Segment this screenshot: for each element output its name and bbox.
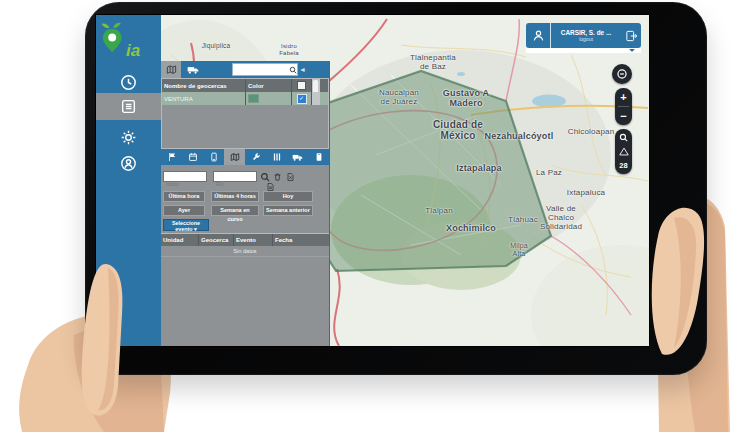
logout-label: logout [579,36,593,42]
sidebar-item-history[interactable] [96,71,161,93]
user-info[interactable]: CARSIR, S. de ... logout [551,23,621,48]
locate-icon [616,68,628,80]
export-excel-button[interactable] [285,171,296,182]
map-zoom-control: + − [615,88,632,125]
quick-range-button[interactable]: Últimas 4 horas [211,191,259,202]
geofence-panel: ◄ Nombre de geocercas Color VENTURA ✓ [161,61,330,346]
events-empty-state: Sin datos [161,246,329,257]
file-pdf-icon [266,182,275,192]
toolbar-tools-button[interactable] [245,149,266,165]
date-start-field [163,171,207,182]
toolbar-columns-button[interactable] [266,149,287,165]
toolbar-phone-button[interactable] [203,149,224,165]
geofence-checkbox[interactable]: ✓ [297,94,307,104]
events-table-header: Unidad Geocerca Evento Fecha [161,234,329,246]
col-fecha: Fecha [273,234,329,246]
alert-count-badge[interactable]: 28 [619,161,627,170]
zoom-in-button[interactable]: + [615,88,632,106]
gear-icon [120,129,137,146]
panel-header: ◄ [161,61,329,78]
truck-icon [292,153,303,162]
truck-icon [187,65,199,75]
date-end-input[interactable] [214,180,256,189]
search-icon [260,172,270,182]
tablet-icon [314,152,324,162]
logo-text: ia [126,41,140,61]
select-all-checkbox[interactable] [297,81,306,90]
panel-header-bar: ◄ [181,61,329,78]
events-table: Unidad Geocerca Evento Fecha Sin datos [161,233,329,347]
map-icon [166,64,177,75]
user-icon [532,29,545,42]
geofence-row[interactable]: VENTURA ✓ [162,92,328,105]
toolbar-truck-button[interactable] [287,149,308,165]
app-screen: JiquipilcaIsidro FabelaTlalnepantla de B… [95,14,650,347]
col-unidad: Unidad [161,234,199,246]
zoom-out-button[interactable]: − [615,107,632,125]
geofence-search-input[interactable] [233,65,289,74]
toolbar-map-button[interactable] [224,149,245,165]
map-locate-button[interactable] [612,64,632,84]
map-tab[interactable] [161,61,181,78]
geo-scrollbar[interactable] [312,79,320,92]
dropdown-arrow-icon [629,49,635,52]
app-logo[interactable]: ia [96,19,161,71]
file-excel-icon [286,172,295,182]
panel-collapse-button[interactable]: ◄ [298,61,307,78]
phone-icon [209,152,219,162]
date-start-input[interactable] [164,180,206,189]
col-evento: Evento [234,234,273,246]
tablet-device: JiquipilcaIsidro FabelaTlalnepantla de B… [85,2,707,375]
quick-range-button[interactable]: Semana en curso [211,205,259,216]
sidebar-item-settings[interactable] [96,126,161,148]
col-color-header: Color [246,79,292,92]
map-icon [230,152,240,162]
geofence-color-swatch [248,94,259,103]
user-avatar[interactable] [526,23,551,48]
user-icon [120,155,137,172]
col-check-header[interactable] [292,79,312,92]
clock-icon [120,74,137,91]
right-thumb [634,198,712,360]
quick-range-button[interactable]: Hoy [263,191,313,202]
warning-triangle-icon[interactable] [619,147,629,156]
select-event-dropdown[interactable]: Seleccione evento ▾ [163,219,209,231]
user-bar: CARSIR, S. de ... logout [526,23,641,48]
user-menu-strip[interactable] [526,48,641,53]
search-icon[interactable] [619,133,628,142]
toolbar-flag-button[interactable] [161,149,182,165]
quick-range-button[interactable]: Última hora [163,191,205,202]
geofence-name: VENTURA [162,92,246,105]
logout-icon [625,30,638,42]
sidebar-item-geofences[interactable] [96,93,161,120]
calendar-icon [188,152,198,162]
account-name: CARSIR, S. de ... [561,29,611,37]
date-end-field [213,171,257,182]
map-tools-control: 28 [615,129,632,174]
geofence-search [232,63,298,76]
geofence-table: Nombre de geocercas Color VENTURA ✓ [161,78,329,149]
chevron-down-icon: ▾ [194,226,197,232]
date-filter-row [161,165,329,191]
wrench-icon [251,152,261,162]
quick-range-button[interactable]: Semana anterior [263,205,313,216]
logout-button[interactable] [621,23,641,48]
report-toolbar [161,149,329,165]
list-icon [120,98,137,115]
geofence-table-header: Nombre de geocercas Color [162,79,328,92]
toolbar-tablet-button[interactable] [308,149,329,165]
search-icon[interactable] [289,66,297,74]
collapse-arrow-icon: ◄ [299,66,306,73]
left-thumb [72,258,136,432]
toolbar-calendar-button[interactable] [182,149,203,165]
col-geocerca: Geocerca [199,234,234,246]
flag-icon [167,152,177,162]
trash-icon [273,172,282,182]
quick-range-button[interactable]: Ayer [163,205,205,216]
sidebar-item-account[interactable] [96,152,161,174]
col-name-header: Nombre de geocercas [162,79,246,92]
columns-icon [272,152,282,162]
